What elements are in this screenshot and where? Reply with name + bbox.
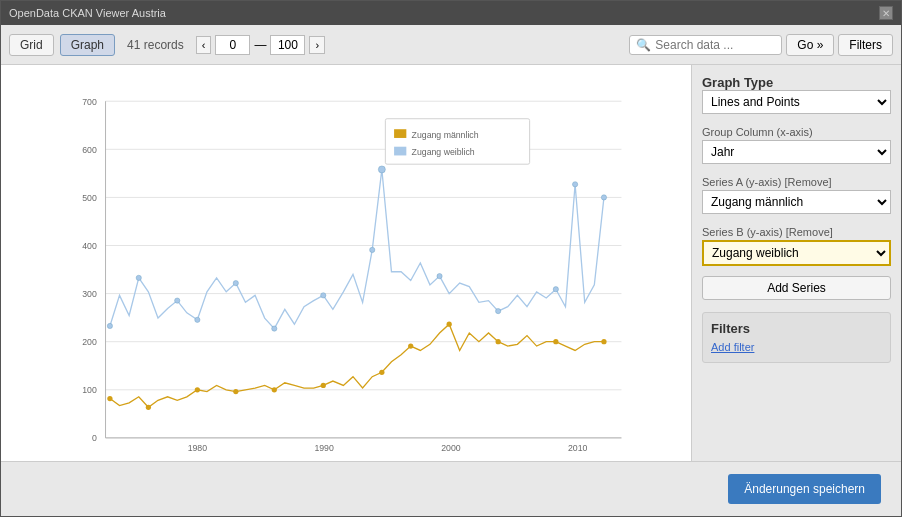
svg-point-46 — [553, 339, 558, 344]
graph-type-select[interactable]: Lines and Points — [702, 90, 891, 114]
graph-button[interactable]: Graph — [60, 34, 115, 56]
main-content: 700 600 500 400 300 200 100 0 1980 1990 … — [1, 65, 901, 461]
svg-point-35 — [601, 195, 606, 200]
svg-point-27 — [272, 326, 277, 331]
page-separator: — — [254, 38, 266, 52]
svg-point-40 — [272, 387, 277, 392]
filters-title: Filters — [711, 321, 882, 336]
chart-svg: 700 600 500 400 300 200 100 0 1980 1990 … — [11, 75, 681, 451]
svg-point-45 — [496, 339, 501, 344]
svg-text:200: 200 — [82, 337, 97, 347]
svg-point-33 — [553, 287, 558, 292]
svg-point-38 — [195, 387, 200, 392]
svg-text:Zugang männlich: Zugang männlich — [412, 130, 479, 140]
series-b-label: Series B (y-axis) [Remove] — [702, 226, 891, 238]
series-a-section: Series A (y-axis) [Remove] Zugang männli… — [702, 172, 891, 214]
page-end-input[interactable] — [270, 35, 305, 55]
svg-text:1980: 1980 — [188, 443, 208, 451]
svg-point-22 — [107, 323, 112, 328]
svg-point-44 — [447, 322, 452, 327]
svg-point-41 — [321, 383, 326, 388]
search-container: 🔍 Go » Filters — [629, 34, 893, 56]
window-title: OpenData CKAN Viewer Austria — [9, 7, 166, 19]
search-icon: 🔍 — [636, 38, 651, 52]
svg-text:600: 600 — [82, 145, 97, 155]
svg-text:500: 500 — [82, 193, 97, 203]
svg-rect-49 — [394, 129, 406, 138]
series-b-section: Series B (y-axis) [Remove] Zugang weibli… — [702, 222, 891, 266]
svg-point-25 — [195, 317, 200, 322]
main-window: OpenData CKAN Viewer Austria ✕ Grid Grap… — [0, 0, 902, 517]
svg-text:0: 0 — [92, 433, 97, 443]
svg-text:300: 300 — [82, 289, 97, 299]
group-column-select[interactable]: Jahr — [702, 140, 891, 164]
title-bar: OpenData CKAN Viewer Austria ✕ — [1, 1, 901, 25]
svg-point-34 — [572, 182, 577, 187]
svg-point-29 — [370, 247, 375, 252]
svg-text:1990: 1990 — [314, 443, 334, 451]
svg-point-30 — [378, 166, 385, 173]
save-button[interactable]: Änderungen speichern — [728, 474, 881, 504]
group-column-section: Group Column (x-axis) Jahr — [702, 122, 891, 164]
add-series-button[interactable]: Add Series — [702, 276, 891, 300]
search-input[interactable] — [655, 38, 775, 52]
svg-point-32 — [496, 308, 501, 313]
svg-point-36 — [107, 396, 112, 401]
page-start-input[interactable] — [215, 35, 250, 55]
filters-section: Filters Add filter — [702, 312, 891, 363]
chart-area: 700 600 500 400 300 200 100 0 1980 1990 … — [1, 65, 691, 461]
svg-text:2010: 2010 — [568, 443, 588, 451]
graph-type-title: Graph Type — [702, 75, 891, 90]
svg-point-24 — [175, 298, 180, 303]
svg-text:100: 100 — [82, 385, 97, 395]
records-count: 41 records — [127, 38, 184, 52]
grid-button[interactable]: Grid — [9, 34, 54, 56]
filters-button[interactable]: Filters — [838, 34, 893, 56]
graph-type-section: Graph Type Lines and Points — [702, 75, 891, 114]
svg-point-47 — [601, 339, 606, 344]
prev-page-button[interactable]: ‹ — [196, 36, 212, 54]
svg-point-42 — [379, 370, 384, 375]
svg-text:400: 400 — [82, 241, 97, 251]
svg-rect-51 — [394, 147, 406, 156]
sidebar: Graph Type Lines and Points Group Column… — [691, 65, 901, 461]
svg-text:2000: 2000 — [441, 443, 461, 451]
svg-point-23 — [136, 275, 141, 280]
series-a-label: Series A (y-axis) [Remove] — [702, 176, 891, 188]
svg-point-43 — [408, 343, 413, 348]
next-page-button[interactable]: › — [309, 36, 325, 54]
bottom-bar: Änderungen speichern — [1, 461, 901, 516]
add-filter-link[interactable]: Add filter — [711, 341, 754, 353]
svg-point-28 — [321, 293, 326, 298]
svg-text:700: 700 — [82, 97, 97, 107]
series-a-select[interactable]: Zugang männlich — [702, 190, 891, 214]
group-column-label: Group Column (x-axis) — [702, 126, 891, 138]
svg-point-39 — [233, 389, 238, 394]
go-button[interactable]: Go » — [786, 34, 834, 56]
svg-point-31 — [437, 273, 442, 278]
svg-text:Zugang weiblich: Zugang weiblich — [412, 147, 475, 157]
svg-point-26 — [233, 280, 238, 285]
series-b-select[interactable]: Zugang weiblich — [702, 240, 891, 266]
search-wrap: 🔍 — [629, 35, 782, 55]
pagination: ‹ — › — [196, 35, 325, 55]
svg-point-37 — [146, 405, 151, 410]
close-button[interactable]: ✕ — [879, 6, 893, 20]
toolbar: Grid Graph 41 records ‹ — › 🔍 Go » Filte… — [1, 25, 901, 65]
